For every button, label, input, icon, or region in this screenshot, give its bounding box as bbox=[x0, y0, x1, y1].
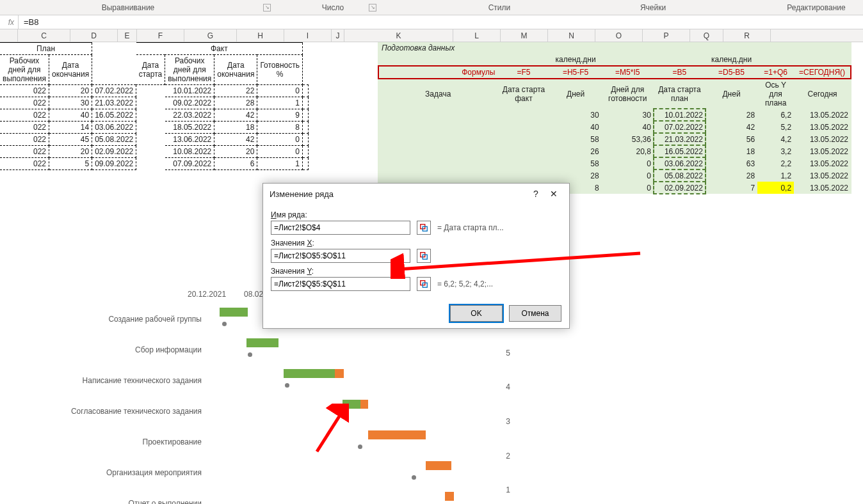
col-R[interactable]: R bbox=[723, 29, 771, 42]
green-area: Подготовка данных календ.дни календ.дни … bbox=[378, 42, 851, 194]
chart-row: Организация мероприятия bbox=[67, 457, 522, 488]
edit-series-dialog: Изменение ряда ? ✕ Имя ряда: = Дата стар… bbox=[262, 183, 570, 329]
category-label: Согласование технического задания bbox=[67, 407, 208, 416]
group-styles: Стили bbox=[461, 3, 538, 12]
group-number: Число bbox=[301, 3, 365, 12]
col-P[interactable]: P bbox=[643, 29, 690, 42]
table-row[interactable]: 0224505.08.202213.06.2022420 bbox=[0, 134, 308, 146]
bar-orange bbox=[335, 369, 344, 378]
plan-dot bbox=[248, 352, 252, 357]
help-icon[interactable]: ? bbox=[527, 189, 545, 199]
col-J[interactable]: J bbox=[332, 29, 344, 42]
bar-green bbox=[284, 369, 335, 378]
col-G[interactable]: G bbox=[184, 29, 237, 42]
x-values-input[interactable] bbox=[271, 249, 410, 263]
bar-green bbox=[246, 338, 278, 347]
y-values-label: Значения Y: bbox=[271, 267, 561, 276]
secondary-axis: 6543210 bbox=[506, 314, 510, 504]
gh-axis-y: Ось Y для плана bbox=[757, 79, 794, 109]
gh-days: Дней bbox=[550, 79, 602, 109]
bar-orange bbox=[360, 400, 368, 409]
group-editing: Редактирование bbox=[768, 3, 863, 12]
col-L[interactable]: L bbox=[453, 29, 501, 42]
chart-row: Согласование технического задания bbox=[67, 396, 522, 427]
bar-green bbox=[220, 308, 248, 317]
table-row[interactable]: 2620,816.05.2022183,213.05.2022 bbox=[378, 145, 851, 157]
formula-R: =СЕГОДНЯ() bbox=[794, 66, 851, 79]
formula-input[interactable]: =B8 bbox=[19, 17, 863, 27]
series-name-input[interactable] bbox=[271, 221, 410, 235]
col-C[interactable]: C bbox=[18, 29, 70, 42]
collapse-range-icon[interactable] bbox=[417, 221, 431, 235]
table-row[interactable]: 5853,3621.03.2022564,213.05.2022 bbox=[378, 133, 851, 145]
gh-today: Сегодня bbox=[794, 79, 851, 109]
table-row[interactable]: 022509.09.202207.09.202261 bbox=[0, 158, 308, 170]
table-row[interactable]: 0224016.05.202222.03.2022429 bbox=[0, 109, 308, 122]
hdr-ready-pct: Готовность % bbox=[257, 55, 303, 85]
hdr-plan-end: Дата окончания bbox=[49, 55, 92, 85]
cancel-button[interactable]: Отмена bbox=[509, 305, 561, 322]
col-F[interactable]: F bbox=[137, 29, 184, 42]
y-values-result: = 6,2; 5,2; 4,2;... bbox=[437, 280, 493, 288]
category-label: Написание технического задания bbox=[67, 376, 208, 385]
ok-button[interactable]: OK bbox=[450, 305, 503, 322]
col-E[interactable]: E bbox=[118, 29, 137, 42]
table-row[interactable]: 28005.08.2022281,213.05.2022 bbox=[378, 169, 851, 182]
plan-header: План bbox=[0, 43, 92, 55]
cal-days-2: календ.дни bbox=[706, 54, 757, 66]
col-H[interactable]: H bbox=[237, 29, 284, 42]
table-row[interactable]: 303010.01.2022286,213.05.2022 bbox=[378, 109, 851, 121]
fact-header: Факт bbox=[136, 43, 303, 55]
y-values-input[interactable] bbox=[271, 277, 410, 291]
table-row[interactable]: 0221403.06.202218.05.2022188 bbox=[0, 122, 308, 134]
collapse-range-icon-x[interactable] bbox=[417, 249, 431, 263]
fx-icon[interactable]: fx bbox=[0, 18, 18, 27]
table-row[interactable]: 0222002.09.202210.08.2022200 bbox=[0, 146, 308, 158]
green-table[interactable]: календ.дни календ.дни Формулы =F5 =H5-F5… bbox=[378, 54, 851, 194]
table-row[interactable]: 58003.06.2022632,213.05.2022 bbox=[378, 157, 851, 169]
close-icon[interactable]: ✕ bbox=[545, 189, 563, 199]
table-row[interactable]: 0223021.03.202209.02.2022281 bbox=[0, 97, 308, 109]
plan-dot bbox=[412, 475, 416, 480]
gh-start-plan: Дата старта план bbox=[654, 79, 706, 109]
formula-bar: fx =B8 bbox=[0, 15, 863, 29]
collapse-range-icon-y[interactable] bbox=[417, 277, 431, 291]
series-name-result: = Дата старта пл... bbox=[437, 223, 504, 232]
formula-N: =M5*I5 bbox=[602, 66, 654, 79]
col-O[interactable]: O bbox=[595, 29, 643, 42]
chart-row: Сбор информации bbox=[67, 335, 522, 365]
left-table[interactable]: План Факт Рабочих дней для выполнения Да… bbox=[0, 42, 309, 170]
table-row[interactable]: 0222007.02.202210.01.2022220 bbox=[0, 85, 308, 97]
col-M[interactable]: M bbox=[501, 29, 548, 42]
table-row[interactable]: 404007.02.2022425,213.05.2022 bbox=[378, 121, 851, 133]
alignment-launcher-icon[interactable]: ↘ bbox=[263, 4, 271, 12]
cal-days-1: календ.дни bbox=[550, 54, 602, 66]
plan-dot bbox=[344, 414, 348, 418]
gh-days-ready: Дней для готовности bbox=[602, 79, 654, 109]
bar-orange bbox=[426, 461, 451, 470]
formula-P: =D5-B5 bbox=[706, 66, 757, 79]
formula-L: =F5 bbox=[497, 66, 549, 79]
category-label: Создание рабочей группы bbox=[67, 315, 208, 324]
gh-task: Задача bbox=[378, 79, 497, 109]
col-D[interactable]: D bbox=[70, 29, 118, 42]
chart-row: Написание технического задания bbox=[67, 365, 522, 396]
category-label: Сбор информации bbox=[67, 345, 208, 354]
group-cells: Ячейки bbox=[621, 3, 685, 12]
col-K[interactable]: K bbox=[344, 29, 453, 42]
formulas-label: Формулы bbox=[378, 66, 497, 79]
col-I[interactable]: I bbox=[284, 29, 332, 42]
chart-row: Отчет о выполнении bbox=[67, 488, 522, 504]
bar-orange bbox=[368, 430, 426, 439]
col-N[interactable]: N bbox=[548, 29, 595, 42]
hdr-fact-days: Рабочих дней для выполнения bbox=[165, 55, 214, 85]
gh-start-fact: Дата старта факт bbox=[497, 79, 549, 109]
bar-orange bbox=[445, 492, 454, 501]
formula-M: =H5-F5 bbox=[550, 66, 602, 79]
hdr-fact-end: Дата окончания bbox=[214, 55, 257, 85]
series-name-label: Имя ряда: bbox=[271, 210, 561, 219]
column-headers: C D E F G H I J K L M N O P Q R bbox=[0, 29, 863, 42]
number-launcher-icon[interactable]: ↘ bbox=[369, 4, 376, 12]
green-title: Подготовка данных bbox=[378, 42, 851, 54]
col-Q[interactable]: Q bbox=[690, 29, 723, 42]
